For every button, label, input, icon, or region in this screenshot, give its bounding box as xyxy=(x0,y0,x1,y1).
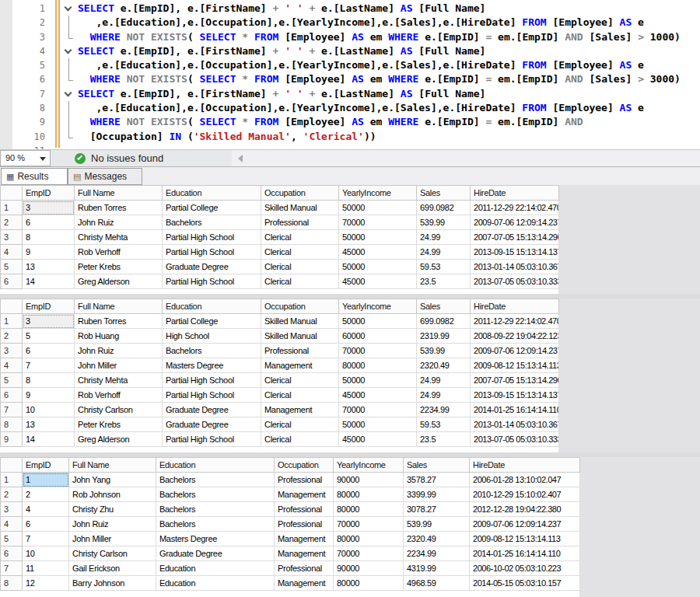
cell[interactable]: 80000 xyxy=(339,358,417,373)
cell[interactable]: 13 xyxy=(23,260,75,274)
code-text[interactable]: WHERE NOT EXISTS( SELECT * FROM [Employe… xyxy=(78,30,681,44)
cell[interactable]: 2011-12-29 22:14:02.470 xyxy=(471,201,559,215)
code-text[interactable]: ,e.[Education],e.[Occupation],e.[YearlyI… xyxy=(78,58,644,72)
cell[interactable]: John Miller xyxy=(69,532,156,546)
cell[interactable]: 50000 xyxy=(339,417,417,432)
fold-collapse-icon[interactable] xyxy=(62,87,76,101)
cell[interactable]: 2009-07-06 12:09:14.237 xyxy=(470,517,580,532)
cell[interactable]: Peter Krebs xyxy=(75,260,163,274)
cell[interactable]: 8 xyxy=(23,230,75,245)
cell[interactable]: Management xyxy=(275,532,334,546)
cell[interactable]: Bachelors xyxy=(156,502,275,517)
cell[interactable]: 2011-12-29 22:14:02.470 xyxy=(471,314,559,329)
row-number[interactable]: 5 xyxy=(1,373,23,388)
row-number[interactable]: 2 xyxy=(1,329,23,344)
cell[interactable]: 80000 xyxy=(334,576,404,591)
column-header[interactable]: Occupation xyxy=(275,458,334,473)
row-number[interactable]: 2 xyxy=(1,487,23,502)
cell[interactable]: Bachelors xyxy=(156,487,275,502)
cell[interactable]: Professional xyxy=(275,473,334,487)
row-number[interactable]: 8 xyxy=(1,576,23,591)
cell[interactable]: Ruben Torres xyxy=(75,314,163,329)
column-header[interactable]: Full Name xyxy=(75,186,163,201)
cell[interactable]: High School xyxy=(163,329,261,344)
cell[interactable]: Partial High School xyxy=(163,230,261,245)
cell[interactable]: Clerical xyxy=(261,260,339,274)
cell[interactable]: 24.99 xyxy=(417,230,471,245)
cell[interactable]: Professional xyxy=(275,502,334,517)
row-number[interactable]: 5 xyxy=(1,532,23,546)
cell[interactable]: 2006-01-28 13:10:02.047 xyxy=(470,473,580,487)
cell[interactable]: John Ruiz xyxy=(75,215,163,230)
cell[interactable]: Graduate Degree xyxy=(163,417,261,432)
cell[interactable]: Masters Degree xyxy=(156,532,275,546)
cell[interactable]: 50000 xyxy=(339,373,417,388)
cell[interactable]: 13 xyxy=(23,417,75,432)
cell[interactable]: Clerical xyxy=(261,274,339,289)
cell[interactable]: 45000 xyxy=(339,388,417,403)
column-header[interactable]: EmpID xyxy=(23,299,75,314)
cell[interactable]: 50000 xyxy=(339,230,417,245)
tab-messages[interactable]: ▤Messages xyxy=(68,168,142,185)
cell[interactable]: 2014-05-15 05:03:10.157 xyxy=(470,576,580,591)
cell[interactable]: Rob Verhoff xyxy=(75,388,163,403)
column-header[interactable]: Occupation xyxy=(261,299,339,314)
cell[interactable]: 90000 xyxy=(334,561,404,576)
row-number[interactable]: 1 xyxy=(1,314,23,329)
results-grid-2[interactable]: EmpIDFull NameEducationOccupationYearlyI… xyxy=(0,298,558,454)
cell[interactable]: 2013-07-05 05:03:10.333 xyxy=(471,432,559,447)
code-text[interactable]: SELECT e.[EmpID], e.[FirstName] + ' ' + … xyxy=(78,44,485,58)
cell[interactable]: Professional xyxy=(275,561,334,576)
cell[interactable]: 10 xyxy=(23,546,69,561)
cell[interactable]: Clerical xyxy=(261,388,339,403)
cell[interactable]: 2 xyxy=(23,487,69,502)
scroll-left-arrow-icon[interactable] xyxy=(238,155,243,162)
column-header[interactable]: Full Name xyxy=(75,299,163,314)
cell[interactable]: John Ruiz xyxy=(75,344,163,358)
cell[interactable]: 2013-01-14 05:03:10.367 xyxy=(471,417,559,432)
cell[interactable]: Partial High School xyxy=(163,388,261,403)
cell[interactable]: Skilled Manual xyxy=(261,314,339,329)
select-all-corner[interactable] xyxy=(1,186,23,201)
column-header[interactable]: Education xyxy=(163,299,261,314)
cell[interactable]: Graduate Degree xyxy=(163,260,261,274)
cell[interactable]: 2012-12-28 19:04:22.380 xyxy=(470,502,580,517)
cell[interactable]: 2013-09-15 15:13:14.137 xyxy=(471,388,559,403)
cell[interactable]: Management xyxy=(275,487,334,502)
code-text[interactable]: ,e.[Education],e.[Occupation],e.[YearlyI… xyxy=(78,16,644,30)
cell[interactable]: 80000 xyxy=(334,502,404,517)
cell[interactable]: 50000 xyxy=(339,260,417,274)
cell[interactable]: Christy Mehta xyxy=(75,230,163,245)
cell[interactable]: Skilled Manual xyxy=(261,329,339,344)
cell[interactable]: Christy Carlson xyxy=(75,403,163,417)
cell[interactable]: Clerical xyxy=(261,432,339,447)
column-header[interactable]: HireDate xyxy=(471,186,559,201)
column-header[interactable]: Education xyxy=(156,458,275,473)
cell[interactable]: 3078.27 xyxy=(404,502,470,517)
cell[interactable]: Rob Johnson xyxy=(69,487,156,502)
cell[interactable]: 59.53 xyxy=(417,260,471,274)
row-number[interactable]: 3 xyxy=(1,230,23,245)
cell[interactable]: Partial High School xyxy=(163,432,261,447)
cell[interactable]: 2014-01-25 16:14:14.110 xyxy=(470,546,580,561)
cell[interactable]: 60000 xyxy=(339,329,417,344)
row-number[interactable]: 4 xyxy=(1,245,23,260)
cell[interactable]: 2009-07-06 12:09:14.237 xyxy=(471,344,559,358)
cell[interactable]: 539.99 xyxy=(404,517,470,532)
cell[interactable]: 23.5 xyxy=(417,432,471,447)
cell[interactable]: Clerical xyxy=(261,417,339,432)
cell[interactable]: 80000 xyxy=(334,532,404,546)
column-header[interactable]: Education xyxy=(163,186,261,201)
column-header[interactable]: Sales xyxy=(404,458,470,473)
cell[interactable]: 2319.99 xyxy=(417,329,471,344)
cell[interactable]: 539.99 xyxy=(417,344,471,358)
code-line[interactable]: 10 [Occupation] IN ('Skilled Manual', 'C… xyxy=(0,130,700,144)
column-header[interactable]: HireDate xyxy=(470,458,580,473)
row-number[interactable]: 1 xyxy=(1,473,23,487)
cell[interactable]: Clerical xyxy=(261,373,339,388)
code-line[interactable]: 3 WHERE NOT EXISTS( SELECT * FROM [Emplo… xyxy=(0,30,700,44)
row-number[interactable]: 5 xyxy=(1,260,23,274)
cell[interactable]: 4319.99 xyxy=(404,561,470,576)
row-number[interactable]: 6 xyxy=(1,274,23,289)
cell[interactable]: Management xyxy=(275,576,334,591)
